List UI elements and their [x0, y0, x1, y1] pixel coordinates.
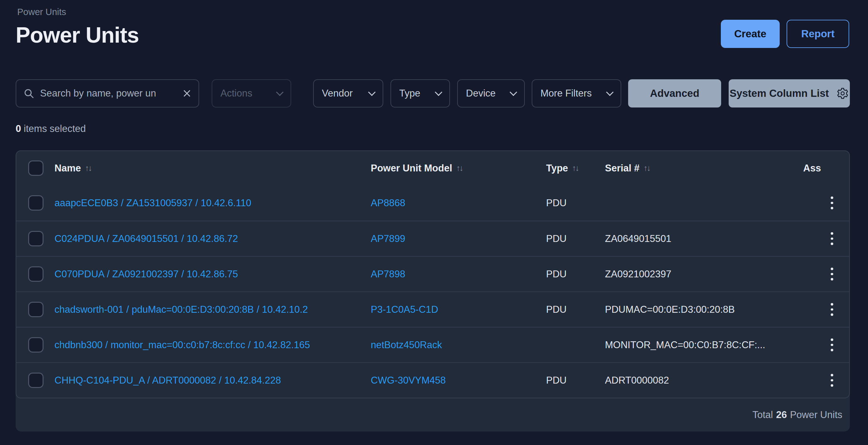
row-cell-checkbox — [16, 302, 55, 317]
power-unit-model-link[interactable]: P3-1C0A5-C1D — [371, 304, 438, 315]
search-icon — [23, 88, 34, 99]
power-unit-name-link[interactable]: C024PDUA / ZA0649015501 / 10.42.86.72 — [55, 233, 238, 244]
clear-search-icon[interactable] — [182, 89, 192, 98]
row-checkbox[interactable] — [28, 266, 43, 282]
actions-dropdown[interactable]: Actions — [212, 79, 291, 108]
power-unit-name-link[interactable]: CHHQ-C104-PDU_A / ADRT0000082 / 10.42.84… — [55, 375, 281, 386]
search-box[interactable] — [16, 79, 199, 108]
sort-icon: ↑↓ — [456, 163, 463, 173]
row-checkbox[interactable] — [28, 373, 43, 388]
row-cell-serial: MONITOR_MAC=00:C0:B7:8C:CF:... — [605, 339, 803, 351]
table-inner: Name ↑↓ Power Unit Model ↑↓ Type ↑↓ Seri… — [16, 150, 850, 398]
row-cell-actions — [803, 265, 849, 284]
device-filter-dropdown[interactable]: Device — [457, 79, 525, 108]
row-cell-serial: ZA0921002397 — [605, 269, 803, 280]
column-header-name[interactable]: Name ↑↓ — [55, 162, 371, 174]
row-menu-kebab-icon[interactable] — [828, 194, 836, 212]
actions-dropdown-label: Actions — [220, 88, 252, 99]
row-cell-name: chadsworth-001 / pduMac=00:0E:D3:00:20:8… — [55, 304, 371, 315]
vendor-filter-label: Vendor — [322, 88, 352, 99]
row-cell-actions — [803, 229, 849, 248]
row-checkbox[interactable] — [28, 231, 43, 246]
chevron-down-icon — [368, 88, 375, 96]
power-unit-name-link[interactable]: aaapcECE0B3 / ZA1531005937 / 10.42.6.110 — [55, 198, 251, 209]
gear-icon — [836, 87, 849, 100]
row-cell-type: PDU — [546, 269, 605, 280]
column-label: Serial # — [605, 162, 640, 174]
row-checkbox[interactable] — [28, 337, 43, 353]
row-menu-kebab-icon[interactable] — [828, 335, 836, 354]
row-cell-model: AP7899 — [371, 233, 546, 244]
selection-label: items selected — [21, 123, 86, 134]
column-header-serial[interactable]: Serial # ↑↓ — [605, 162, 803, 174]
row-menu-kebab-icon[interactable] — [828, 371, 836, 390]
column-header-model[interactable]: Power Unit Model ↑↓ — [371, 162, 546, 174]
row-checkbox[interactable] — [28, 302, 43, 317]
row-cell-name: chdbnb300 / monitor_mac=00:c0:b7:8c:cf:c… — [55, 339, 371, 351]
create-button[interactable]: Create — [721, 20, 780, 48]
row-cell-model: P3-1C0A5-C1D — [371, 304, 546, 315]
table-row: chdbnb300 / monitor_mac=00:c0:b7:8c:cf:c… — [16, 327, 849, 362]
row-cell-model: AP7898 — [371, 269, 546, 280]
vendor-filter-dropdown[interactable]: Vendor — [313, 79, 383, 108]
column-header-type[interactable]: Type ↑↓ — [546, 162, 605, 174]
chevron-down-icon — [435, 88, 442, 96]
select-all-checkbox[interactable] — [28, 160, 43, 176]
selection-count: 0 — [16, 123, 21, 134]
row-cell-actions — [803, 371, 849, 390]
toolbar: Actions Vendor Type Device More Filters … — [16, 79, 850, 108]
table-row: aaapcECE0B3 / ZA1531005937 / 10.42.6.110… — [16, 185, 849, 220]
search-input[interactable] — [40, 88, 177, 99]
row-cell-name: CHHQ-C104-PDU_A / ADRT0000082 / 10.42.84… — [55, 375, 371, 386]
column-header-assigned[interactable]: Ass — [803, 162, 849, 174]
system-column-list-button[interactable]: System Column List — [728, 79, 850, 108]
row-cell-checkbox — [16, 337, 55, 353]
row-cell-actions — [803, 335, 849, 354]
column-label: Ass — [803, 162, 821, 174]
row-cell-name: C070PDUA / ZA0921002397 / 10.42.86.75 — [55, 269, 371, 280]
row-cell-actions — [803, 300, 849, 319]
power-unit-name-link[interactable]: chadsworth-001 / pduMac=00:0E:D3:00:20:8… — [55, 304, 308, 315]
report-button[interactable]: Report — [786, 20, 849, 48]
power-unit-name-link[interactable]: C070PDUA / ZA0921002397 / 10.42.86.75 — [55, 269, 238, 280]
sort-icon: ↑↓ — [85, 163, 91, 173]
row-cell-model: CWG-30VYM458 — [371, 375, 546, 386]
row-checkbox[interactable] — [28, 195, 43, 211]
system-column-list-label: System Column List — [730, 87, 829, 99]
column-label: Type — [546, 162, 568, 174]
power-unit-model-link[interactable]: netBotz450Rack — [371, 339, 442, 351]
table-row: C070PDUA / ZA0921002397 / 10.42.86.75 AP… — [16, 256, 849, 292]
row-cell-checkbox — [16, 195, 55, 211]
advanced-button[interactable]: Advanced — [628, 79, 721, 108]
power-unit-model-link[interactable]: AP7898 — [371, 269, 405, 280]
breadcrumb[interactable]: Power Units — [17, 7, 66, 17]
row-cell-actions — [803, 194, 849, 212]
row-cell-serial: PDUMAC=00:0E:D3:00:20:8B — [605, 304, 803, 315]
sort-icon: ↑↓ — [572, 163, 578, 173]
chevron-down-icon — [509, 88, 517, 96]
power-unit-name-link[interactable]: chdbnb300 / monitor_mac=00:c0:b7:8c:cf:c… — [55, 339, 310, 351]
more-filters-label: More Filters — [540, 88, 592, 99]
table-row: chadsworth-001 / pduMac=00:0E:D3:00:20:8… — [16, 292, 849, 327]
row-menu-kebab-icon[interactable] — [828, 265, 836, 284]
row-cell-type: PDU — [546, 233, 605, 244]
row-cell-checkbox — [16, 373, 55, 388]
total-prefix: Total — [752, 409, 773, 420]
page-title: Power Units — [16, 23, 139, 48]
more-filters-dropdown[interactable]: More Filters — [532, 79, 621, 108]
power-unit-model-link[interactable]: CWG-30VYM458 — [371, 375, 445, 386]
type-filter-dropdown[interactable]: Type — [391, 79, 450, 108]
total-suffix: Power Units — [790, 409, 842, 420]
row-cell-model: AP8868 — [371, 198, 546, 209]
table-row: CHHQ-C104-PDU_A / ADRT0000082 / 10.42.84… — [16, 362, 849, 398]
header-buttons: Create Report — [721, 20, 849, 48]
row-cell-checkbox — [16, 266, 55, 282]
power-units-table: Name ↑↓ Power Unit Model ↑↓ Type ↑↓ Seri… — [16, 150, 850, 432]
row-menu-kebab-icon[interactable] — [828, 229, 836, 248]
row-menu-kebab-icon[interactable] — [828, 300, 836, 319]
power-unit-model-link[interactable]: AP7899 — [371, 233, 405, 244]
chevron-down-icon — [606, 88, 613, 96]
column-label: Power Unit Model — [371, 162, 452, 174]
row-cell-serial: ZA0649015501 — [605, 233, 803, 244]
power-unit-model-link[interactable]: AP8868 — [371, 198, 405, 209]
